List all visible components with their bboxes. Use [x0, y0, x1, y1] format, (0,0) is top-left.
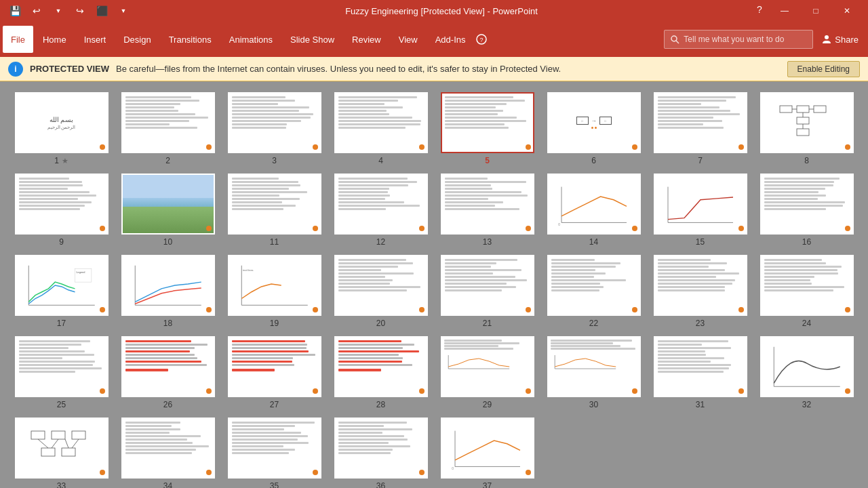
tab-design[interactable]: Design — [115, 26, 159, 53]
slide-thumbnail-14[interactable]: 0 — [547, 174, 641, 235]
help-ribbon-icon[interactable]: ? — [476, 34, 487, 45]
slide-item-1[interactable]: بسم الله الرحمن الرحيم 1★ — [11, 92, 112, 165]
tab-animations[interactable]: Animations — [221, 26, 281, 53]
slide-thumbnail-28[interactable] — [334, 336, 428, 397]
close-button[interactable]: ✕ — [831, 0, 863, 22]
enable-editing-button[interactable]: Enable Editing — [787, 61, 860, 77]
slide-thumbnail-9[interactable] — [15, 174, 108, 235]
slide-thumbnail-34[interactable] — [121, 418, 215, 479]
slide-item-29[interactable]: 29 — [437, 336, 538, 409]
tab-insert[interactable]: Insert — [76, 26, 115, 53]
slide-thumbnail-20[interactable] — [334, 255, 428, 316]
slide-item-27[interactable]: 27 — [224, 336, 325, 409]
slide-item-31[interactable]: 31 — [650, 336, 751, 409]
slide-thumbnail-8[interactable] — [760, 92, 854, 153]
share-button[interactable]: Share — [814, 31, 865, 47]
undo-dropdown[interactable]: ▼ — [49, 1, 68, 20]
slide-item-15[interactable]: 15 — [650, 174, 751, 247]
slide-thumbnail-2[interactable] — [121, 92, 215, 153]
slide-thumbnail-35[interactable] — [228, 418, 321, 479]
slide-thumbnail-30[interactable] — [547, 336, 641, 397]
slide-item-28[interactable]: 28 — [330, 336, 431, 409]
slide-item-24[interactable]: 24 — [756, 255, 857, 328]
slide-item-11[interactable]: 11 — [224, 174, 325, 247]
slide-thumbnail-18[interactable] — [121, 255, 215, 316]
slide-item-22[interactable]: 22 — [543, 255, 644, 328]
toolbar-dropdown[interactable]: ▼ — [114, 1, 133, 20]
slide-item-21[interactable]: 21 — [437, 255, 538, 328]
slide-thumbnail-3[interactable] — [228, 92, 321, 153]
search-input[interactable] — [684, 35, 806, 44]
slide-thumbnail-24[interactable] — [760, 255, 854, 316]
slide-item-6[interactable]: □ → □ 6 — [543, 92, 644, 165]
undo-button[interactable]: ↩ — [27, 1, 46, 20]
slide-thumbnail-37[interactable]: 0 — [441, 418, 534, 479]
tab-file[interactable]: File — [3, 26, 33, 53]
slide-thumbnail-1[interactable]: بسم الله الرحمن الرحيم — [15, 92, 108, 153]
slide-item-5[interactable]: 5 — [437, 92, 538, 165]
slide-thumbnail-15[interactable] — [654, 174, 747, 235]
save-icon[interactable]: 💾 — [5, 1, 24, 20]
slide-thumbnail-32[interactable] — [760, 336, 854, 397]
slide-thumbnail-6[interactable]: □ → □ — [547, 92, 641, 153]
slide-item-32[interactable]: 32 — [756, 336, 857, 409]
slide-item-10[interactable]: 10 — [117, 174, 218, 247]
search-box[interactable] — [664, 30, 813, 49]
present-icon[interactable]: ⬛ — [92, 1, 111, 20]
slide-item-30[interactable]: 30 — [543, 336, 644, 409]
slide-thumbnail-25[interactable] — [15, 336, 108, 397]
maximize-button[interactable]: □ — [800, 0, 831, 22]
help-icon[interactable]: ? — [750, 0, 769, 19]
slide-thumbnail-31[interactable] — [654, 336, 747, 397]
slide-item-19[interactable]: text lines 19 — [224, 255, 325, 328]
slide-item-33[interactable]: 33 — [11, 418, 112, 488]
svg-rect-5 — [780, 106, 792, 113]
tab-view[interactable]: View — [391, 26, 426, 53]
slide-item-8[interactable]: 8 — [756, 92, 857, 165]
slide-item-17[interactable]: Legend 17 — [11, 255, 112, 328]
slide-thumbnail-11[interactable] — [228, 174, 321, 235]
tab-review[interactable]: Review — [344, 26, 389, 53]
minimize-button[interactable]: — — [769, 0, 800, 22]
slide-item-2[interactable]: 2 — [117, 92, 218, 165]
slide-thumbnail-22[interactable] — [547, 255, 641, 316]
slide-thumbnail-23[interactable] — [654, 255, 747, 316]
slide-item-37[interactable]: 0 37 — [437, 418, 538, 488]
slide-item-34[interactable]: 34 — [117, 418, 218, 488]
slide-thumbnail-5[interactable] — [441, 92, 534, 153]
slide-item-4[interactable]: 4 — [330, 92, 431, 165]
tab-home[interactable]: Home — [35, 26, 75, 53]
slide-item-7[interactable]: 7 — [650, 92, 751, 165]
slide-item-13[interactable]: 13 — [437, 174, 538, 247]
slide-item-35[interactable]: 35 — [224, 418, 325, 488]
slide-thumbnail-17[interactable]: Legend — [15, 255, 108, 316]
slide-item-26[interactable]: 26 — [117, 336, 218, 409]
slide-item-16[interactable]: 16 — [756, 174, 857, 247]
slide-thumbnail-21[interactable] — [441, 255, 534, 316]
redo-button[interactable]: ↪ — [71, 1, 90, 20]
slide-thumbnail-27[interactable] — [228, 336, 321, 397]
tab-slideshow[interactable]: Slide Show — [282, 26, 342, 53]
slide-thumbnail-10[interactable] — [121, 174, 215, 235]
slide-thumbnail-13[interactable] — [441, 174, 534, 235]
slide-thumbnail-19[interactable]: text lines — [228, 255, 321, 316]
slide-item-18[interactable]: 18 — [117, 255, 218, 328]
slide-thumbnail-36[interactable] — [334, 418, 428, 479]
slide-item-3[interactable]: 3 — [224, 92, 325, 165]
slide-item-36[interactable]: 36 — [330, 418, 431, 488]
slide-item-12[interactable]: 12 — [330, 174, 431, 247]
slide-thumbnail-4[interactable] — [334, 92, 428, 153]
slide-thumbnail-29[interactable] — [441, 336, 534, 397]
slide-item-9[interactable]: 9 — [11, 174, 112, 247]
tab-transitions[interactable]: Transitions — [161, 26, 220, 53]
slide-thumbnail-26[interactable] — [121, 336, 215, 397]
slide-item-25[interactable]: 25 — [11, 336, 112, 409]
slide-item-20[interactable]: 20 — [330, 255, 431, 328]
slide-thumbnail-33[interactable] — [15, 418, 108, 479]
tab-addins[interactable]: Add-Ins — [427, 26, 474, 53]
slide-thumbnail-16[interactable] — [760, 174, 854, 235]
slide-item-23[interactable]: 23 — [650, 255, 751, 328]
slide-item-14[interactable]: 0 14 — [543, 174, 644, 247]
slide-thumbnail-7[interactable] — [654, 92, 747, 153]
slide-thumbnail-12[interactable] — [334, 174, 428, 235]
